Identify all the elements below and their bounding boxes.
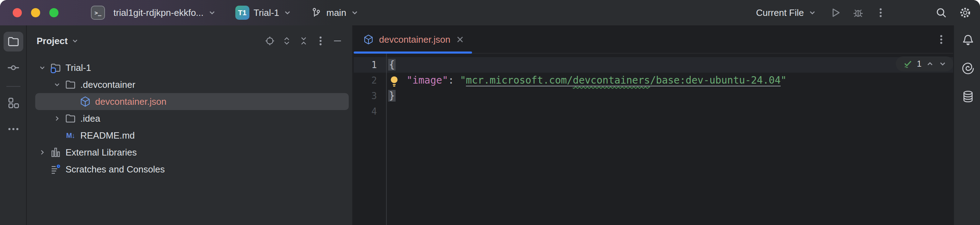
ide-window: >_ trial1git-rdjkpn-ekkfo... T1 Trial-1 … (0, 0, 980, 225)
bell-icon (961, 33, 975, 47)
project-tree: Trial-1 .devcontainer devcontainer.json … (27, 59, 352, 178)
editor-area: devcontainer.json 1 { 2 "image": "mcr.mi… (354, 26, 953, 225)
project-folder-icon (50, 62, 62, 74)
intention-lightbulb-icon[interactable] (389, 75, 399, 88)
project-tool-window-button[interactable] (3, 32, 23, 51)
workspace-switcher[interactable]: T1 Trial-1 (235, 6, 292, 20)
strip-divider (6, 86, 21, 87)
branch-name: main (326, 7, 346, 18)
structure-icon (7, 96, 20, 110)
chevron-down-icon[interactable] (71, 37, 79, 45)
tree-label: Trial-1 (65, 62, 91, 73)
tree-row-devcontainer-json[interactable]: devcontainer.json (27, 93, 352, 110)
run-button[interactable] (826, 3, 845, 22)
tab-devcontainer-json[interactable]: devcontainer.json (354, 26, 472, 54)
close-icon[interactable] (455, 35, 465, 45)
commit-icon (6, 61, 21, 75)
colon: : (448, 74, 460, 86)
devcontainer-cube-icon (79, 96, 91, 108)
ellipsis-icon (7, 123, 20, 136)
locate-file-icon[interactable] (264, 35, 275, 46)
project-panel-header: Project (27, 26, 352, 56)
editor-tab-bar: devcontainer.json (354, 26, 953, 54)
project-panel: Project Trial-1 (27, 26, 354, 225)
expand-all-icon[interactable] (281, 35, 293, 46)
chevron-down-icon (350, 8, 359, 17)
image-url-link[interactable]: mcr.microsoft.com/devcontainers/base:dev… (466, 74, 781, 86)
notifications-button[interactable] (958, 30, 978, 50)
kebab-menu-icon (875, 7, 886, 18)
url-head: mcr.microsoft.com/ (466, 74, 573, 86)
quote-open: " (460, 74, 466, 86)
minimize-window-button[interactable] (31, 8, 40, 17)
chevron-down-icon (808, 8, 816, 17)
project-switcher[interactable]: >_ trial1git-rdjkpn-ekkfo... (91, 6, 216, 20)
chevron-down-icon[interactable] (38, 64, 46, 72)
panel-options-icon[interactable] (315, 35, 326, 46)
title-bar: >_ trial1git-rdjkpn-ekkfo... T1 Trial-1 … (0, 0, 980, 26)
line-number: 3 (354, 88, 386, 104)
hide-panel-icon[interactable] (332, 35, 343, 46)
traffic-lights (0, 8, 59, 17)
close-brace: } (388, 90, 396, 102)
tree-row-devcontainer-folder[interactable]: .devcontainer (27, 76, 352, 93)
settings-button[interactable] (956, 3, 974, 22)
collapse-all-icon[interactable] (298, 35, 309, 46)
fullscreen-window-button[interactable] (49, 8, 59, 17)
tree-row-trial-1[interactable]: Trial-1 (27, 59, 352, 76)
gear-icon (959, 6, 972, 19)
inspections-ok-icon (902, 59, 913, 69)
project-switcher-label: trial1git-rdjkpn-ekkfo... (113, 7, 204, 18)
tree-label: README.md (80, 130, 135, 141)
tree-label: .devcontainer (80, 79, 135, 90)
previous-problem-icon[interactable] (926, 60, 934, 68)
markdown-icon: M↓ (66, 132, 75, 140)
code-editor[interactable]: 1 { 2 "image": "mcr.microsoft.com/devcon… (354, 54, 953, 225)
url-tail: /base:dev-ubuntu-24.04 (650, 74, 781, 86)
close-window-button[interactable] (13, 8, 22, 17)
run-configuration-selector[interactable]: Current File (756, 7, 816, 18)
tree-label: External Libraries (65, 147, 137, 158)
scratches-icon (50, 163, 62, 175)
debug-button[interactable] (849, 3, 867, 22)
bug-icon (852, 6, 864, 19)
ai-assistant-button[interactable] (958, 59, 978, 78)
tree-label: Scratches and Consoles (65, 164, 165, 175)
search-everywhere-button[interactable] (932, 3, 950, 22)
more-actions-button[interactable] (872, 3, 890, 22)
line-number: 1 (354, 57, 386, 73)
line-number: 4 (354, 104, 386, 119)
commit-tool-window-button[interactable] (3, 58, 23, 78)
ai-assistant-icon (961, 61, 975, 75)
tree-row-external-libraries[interactable]: External Libraries (27, 144, 352, 161)
tab-title: devcontainer.json (379, 34, 450, 45)
chevron-down-icon[interactable] (53, 81, 61, 89)
quote-close: " (781, 74, 787, 86)
editor-options-icon[interactable] (935, 34, 947, 45)
chevron-right-icon[interactable] (38, 148, 46, 156)
line-number: 2 (354, 73, 386, 88)
search-icon (935, 6, 948, 19)
more-tool-windows-button[interactable] (3, 119, 23, 139)
chevron-right-icon[interactable] (53, 115, 61, 122)
folder-icon (64, 113, 76, 124)
structure-tool-window-button[interactable] (3, 93, 23, 113)
workspace-badge: T1 (235, 6, 250, 20)
inspections-count: 1 (917, 59, 921, 69)
tree-row-readme[interactable]: M↓ README.md (27, 127, 352, 144)
libraries-icon (50, 146, 62, 158)
code-line-1: 1 { (354, 57, 953, 73)
tree-row-scratches[interactable]: Scratches and Consoles (27, 161, 352, 178)
code-line-4: 4 (354, 104, 953, 119)
left-tool-strip (0, 26, 27, 225)
right-tool-strip (953, 26, 980, 225)
panel-title[interactable]: Project (37, 36, 68, 46)
tree-row-idea-folder[interactable]: .idea (27, 110, 352, 127)
workspace-name: Trial-1 (254, 7, 279, 18)
inspections-widget[interactable]: 1 (896, 56, 953, 71)
next-problem-icon[interactable] (939, 60, 947, 68)
code-line-2: 2 "image": "mcr.microsoft.com/devcontain… (354, 73, 953, 88)
git-branch-widget[interactable]: main (311, 7, 359, 18)
git-branch-icon (311, 7, 322, 18)
database-button[interactable] (958, 87, 978, 107)
